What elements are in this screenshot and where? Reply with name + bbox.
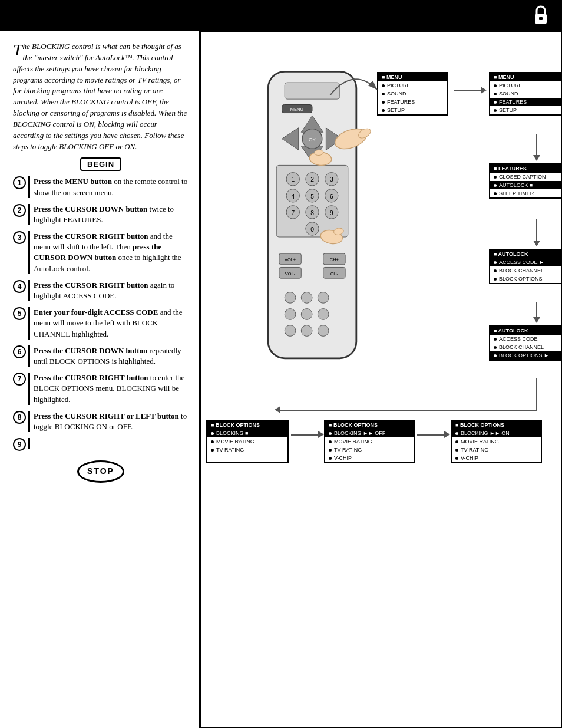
svg-text:4: 4 [291, 193, 295, 200]
screen-2-item-setup: SETUP [490, 106, 562, 114]
screen-8-title: ■ BLOCK OPTIONS [452, 421, 541, 429]
step-8: 8 Press the CURSOR RIGHT or LEFT button … [13, 411, 189, 432]
svg-text:1: 1 [291, 176, 295, 183]
step-6: 6 Press the CURSOR DOWN button repeatedl… [13, 345, 189, 367]
left-panel: The BLOCKING control is what can be thou… [0, 31, 200, 728]
svg-text:5: 5 [310, 193, 314, 200]
screen-5-title: ■ AUTOLOCK [490, 327, 562, 335]
svg-point-42 [301, 292, 312, 304]
screen-7-item-tv: TV RATING [325, 446, 414, 454]
arrowhead-5-to-6 [275, 406, 280, 413]
screen-5: ■ AUTOLOCK ACCESS CODE BLOCK CHANNEL BLO… [489, 325, 562, 361]
arrow-3-to-4 [536, 219, 537, 243]
screen-3: ■ FEATURES CLOSED CAPTION AUTOLOCK ■ SLE… [489, 163, 562, 199]
screen-1-item-setup: SETUP [378, 106, 447, 114]
svg-point-45 [301, 309, 312, 320]
screen-8: ■ BLOCK OPTIONS BLOCKING ►► ON MOVIE RAT… [451, 420, 542, 463]
arrow-1-to-2 [454, 90, 483, 91]
screen-7-title: ■ BLOCK OPTIONS [325, 421, 414, 429]
screen-4-title: ■ AUTOLOCK [490, 250, 562, 258]
intro-text: The BLOCKING control is what can be thou… [13, 41, 189, 152]
arrow-5-to-6-down [536, 378, 537, 411]
begin-badge: BEGIN [13, 159, 189, 170]
svg-text:6: 6 [330, 193, 333, 200]
step-number-8: 8 [13, 411, 26, 424]
screen-8-item-blocking: BLOCKING ►► ON [452, 429, 541, 437]
screen-6-item-blocking: BLOCKING ■ [207, 429, 287, 437]
svg-point-47 [285, 325, 296, 337]
step-number-9: 9 [13, 438, 26, 451]
step-content-4: Press the CURSOR RIGHT button again to h… [28, 280, 189, 301]
arrowhead-4-to-5 [533, 317, 540, 323]
svg-text:OK: OK [309, 137, 316, 143]
arrowhead-7-to-8 [444, 431, 450, 438]
screen-3-item-cc: CLOSED CAPTION [490, 173, 562, 181]
step-number-7: 7 [13, 373, 26, 386]
step-content-3: Press the CURSOR RIGHT button and the me… [28, 231, 189, 274]
step-1: 1 Press the MENU button on the remote co… [13, 176, 189, 197]
step-number-1: 1 [13, 176, 26, 189]
step-number-5: 5 [13, 307, 26, 320]
svg-text:CH+: CH+ [330, 257, 339, 262]
arrowhead-2-to-3 [533, 155, 540, 161]
screen-2-item-picture: PICTURE [490, 81, 562, 90]
screen-7: ■ BLOCK OPTIONS BLOCKING ►► OFF MOVIE RA… [324, 420, 415, 463]
screen-7-item-v: V-CHIP [325, 454, 414, 462]
screen-4: ■ AUTOLOCK ACCESS CODE ► BLOCK CHANNEL B… [489, 249, 562, 284]
lock-icon [531, 5, 550, 28]
svg-text:9: 9 [330, 210, 333, 216]
step-2: 2 Press the CURSOR DOWN button twice to … [13, 204, 189, 225]
screen-2-item-sound: SOUND [490, 90, 562, 98]
svg-text:2: 2 [310, 176, 314, 183]
screen-6-title: ■ BLOCK OPTIONS [207, 421, 287, 429]
remote-control-diagram: 1 2 3 4 5 6 7 8 9 0 [230, 66, 395, 408]
stop-badge: STOP [13, 460, 189, 483]
step-4: 4 Press the CURSOR RIGHT button again to… [13, 280, 189, 301]
arrowhead-6-to-7 [318, 431, 324, 438]
drop-cap: T [13, 44, 22, 57]
screen-6-item-tv: TV RATING [207, 446, 287, 454]
screen-4-item-blockoptions: BLOCK OPTIONS [490, 275, 562, 283]
arrow-6-to-7 [291, 434, 320, 436]
step-content-2: Press the CURSOR DOWN button twice to hi… [28, 204, 189, 225]
step-number-6: 6 [13, 345, 26, 358]
step-content-8: Press the CURSOR RIGHT or LEFT button to… [28, 411, 189, 432]
screen-5-item-blockchannel: BLOCK CHANNEL [490, 343, 562, 351]
right-panel: 1 2 3 4 5 6 7 8 9 0 [200, 31, 562, 728]
arrow-7-to-8 [417, 434, 447, 436]
main-content: The BLOCKING control is what can be thou… [0, 31, 562, 728]
screen-7-item-blocking: BLOCKING ►► OFF [325, 429, 414, 437]
svg-point-48 [301, 325, 312, 337]
screen-3-item-autolock: AUTOLOCK ■ [490, 181, 562, 189]
step-7: 7 Press the CURSOR RIGHT button to enter… [13, 373, 189, 405]
screen-3-title: ■ FEATURES [490, 164, 562, 173]
svg-rect-1 [539, 17, 543, 20]
top-bar [0, 0, 562, 31]
svg-text:CH-: CH- [330, 271, 339, 276]
arrow-5-to-6-left [277, 410, 537, 411]
step-number-3: 3 [13, 231, 26, 244]
screen-6-item-movie: MOVIE RATING [207, 437, 287, 446]
screen-4-item-blockchannel: BLOCK CHANNEL [490, 266, 562, 275]
svg-text:7: 7 [291, 210, 295, 216]
svg-point-46 [318, 309, 329, 320]
step-content-6: Press the CURSOR DOWN button repeatedly … [28, 345, 189, 367]
screen-8-item-v: V-CHIP [452, 454, 541, 462]
screen-5-item-accesscode: ACCESS CODE [490, 335, 562, 343]
screen-2-title: ■ MENU [490, 73, 562, 81]
svg-point-49 [318, 325, 329, 337]
svg-text:0: 0 [310, 226, 314, 233]
step-9: 9 [13, 438, 189, 451]
step-3: 3 Press the CURSOR RIGHT button and the … [13, 231, 189, 274]
screen-2: ■ MENU PICTURE SOUND FEATURES SETUP [489, 72, 562, 116]
arrow-2-to-3 [536, 134, 537, 157]
svg-point-41 [285, 292, 296, 304]
svg-point-43 [318, 292, 329, 304]
screen-8-item-tv: TV RATING [452, 446, 541, 454]
step-number-4: 4 [13, 280, 26, 293]
step-number-2: 2 [13, 204, 26, 217]
screen-3-item-sleep: SLEEP TIMER [490, 189, 562, 197]
svg-text:MENU: MENU [290, 107, 303, 112]
screen-5-item-blockoptions: BLOCK OPTIONS ► [490, 351, 562, 360]
screen-4-item-accesscode: ACCESS CODE ► [490, 258, 562, 266]
